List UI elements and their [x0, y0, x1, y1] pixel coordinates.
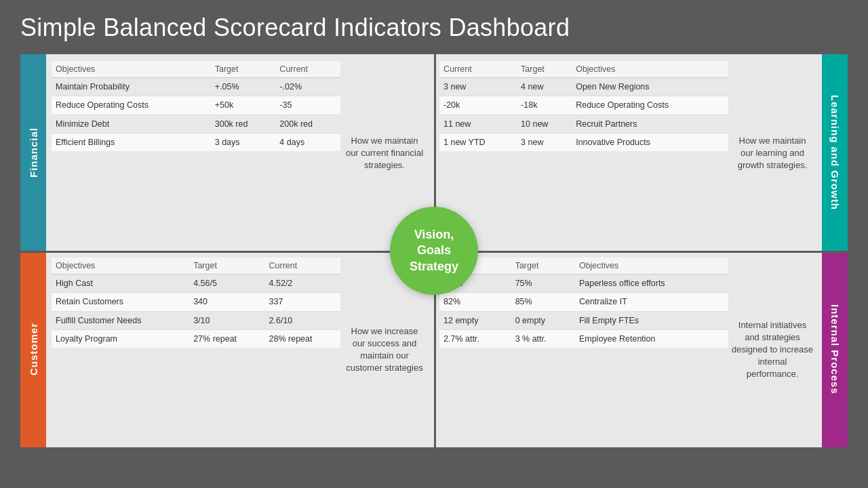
table-cell: Innovative Products	[572, 133, 728, 151]
quadrant-learning: Learning and Growth How we maintain our …	[434, 54, 848, 251]
table-cell: 4.52/2	[265, 274, 340, 293]
financial-description: How we maintain our current financial st…	[340, 61, 429, 245]
learning-col-3: Objectives	[572, 61, 728, 78]
table-financial: Objectives Target Current Maintain Proba…	[52, 61, 340, 245]
table-cell: High Cast	[52, 274, 189, 293]
customer-col-3: Current	[265, 258, 340, 274]
table-cell: 4.56/5	[189, 274, 264, 293]
table-cell: 28% repeat	[265, 329, 340, 348]
table-cell: Centralize IT	[575, 293, 728, 311]
table-cell: 337	[265, 293, 340, 311]
internal-col-2: Target	[511, 258, 575, 274]
table-cell: 3 % attr.	[511, 329, 575, 348]
table-row: Maintain Probability+.05%-.02%	[52, 78, 340, 96]
table-cell: 10 new	[517, 115, 572, 133]
table-cell: 2.6/10	[265, 311, 340, 329]
label-learning: Learning and Growth	[822, 54, 848, 251]
table-cell: 3 new	[517, 133, 572, 151]
table-cell: 3 days	[211, 133, 276, 151]
grid-divider-vertical	[434, 54, 436, 447]
table-row: 82%85%Centralize IT	[439, 293, 728, 311]
table-cell: -35	[275, 96, 340, 115]
table-cell: 1 new YTD	[439, 133, 517, 151]
table-cell: 340	[189, 293, 264, 311]
table-cell: 4 new	[517, 78, 572, 96]
table-cell: Open New Regions	[572, 78, 728, 96]
customer-col-2: Target	[189, 258, 264, 274]
table-cell: 77 %	[439, 274, 511, 293]
learning-col-1: Current	[439, 61, 517, 78]
table-cell: Recruit Partners	[572, 115, 728, 133]
table-cell: Minimize Debt	[52, 115, 211, 133]
table-row: 3 new4 newOpen New Regions	[439, 78, 728, 96]
table-cell: -20k	[439, 96, 517, 115]
financial-table: Objectives Target Current Maintain Proba…	[52, 61, 340, 151]
page: Simple Balanced Scorecard Indicators Das…	[0, 0, 868, 488]
table-row: Minimize Debt300k red200k red	[52, 115, 340, 133]
quadrant-customer-content: Objectives Target Current High Cast4.56/…	[46, 251, 434, 447]
quadrant-customer: Customer Objectives Target Current	[20, 251, 434, 447]
table-cell: Efficient Billings	[52, 133, 211, 151]
internal-table: Current Target Objectives 77 %75%Paperle…	[439, 258, 728, 348]
table-cell: Loyalty Program	[52, 329, 189, 348]
table-cell: Reduce Operating Costs	[572, 96, 728, 115]
quadrant-internal: Internal Process Internal initiatives an…	[434, 251, 848, 447]
table-row: 1 new YTD3 newInnovative Products	[439, 133, 728, 151]
table-cell: 27% repeat	[189, 329, 264, 348]
table-cell: 11 new	[439, 115, 517, 133]
table-cell: Fill Empty FTEs	[575, 311, 728, 329]
table-cell: +.05%	[211, 78, 276, 96]
internal-col-3: Objectives	[575, 258, 728, 274]
quadrant-internal-content: Internal initiatives and strategies desi…	[434, 251, 822, 447]
table-row: High Cast4.56/54.52/2	[52, 274, 340, 293]
label-internal: Internal Process	[822, 251, 848, 447]
table-cell: 12 empty	[439, 311, 511, 329]
table-cell: -18k	[517, 96, 572, 115]
customer-table: Objectives Target Current High Cast4.56/…	[52, 258, 340, 348]
table-cell: Reduce Operating Costs	[52, 96, 211, 115]
table-cell: 4 days	[275, 133, 340, 151]
table-cell: Employee Retention	[575, 329, 728, 348]
table-cell: 75%	[511, 274, 575, 293]
page-title: Simple Balanced Scorecard Indicators Das…	[20, 14, 848, 42]
table-cell: +50k	[211, 96, 276, 115]
table-row: Efficient Billings3 days4 days	[52, 133, 340, 151]
table-cell: 85%	[511, 293, 575, 311]
learning-table: Current Target Objectives 3 new4 newOpen…	[439, 61, 728, 151]
table-cell: 3 new	[439, 78, 517, 96]
table-cell: Paperless office efforts	[575, 274, 728, 293]
learning-col-2: Target	[517, 61, 572, 78]
customer-col-1: Objectives	[52, 258, 189, 274]
table-row: 12 empty0 emptyFill Empty FTEs	[439, 311, 728, 329]
table-cell: 82%	[439, 293, 511, 311]
internal-description: Internal initiatives and strategies desi…	[728, 258, 816, 442]
internal-col-1: Current	[439, 258, 511, 274]
table-cell: -.02%	[275, 78, 340, 96]
financial-col-3: Current	[275, 61, 340, 78]
table-cell: Maintain Probability	[52, 78, 211, 96]
table-cell: 300k red	[211, 115, 276, 133]
table-row: Fulfill Customer Needs3/102.6/10	[52, 311, 340, 329]
financial-col-1: Objectives	[52, 61, 211, 78]
table-row: Retain Customers340337	[52, 293, 340, 311]
table-row: 11 new10 newRecruit Partners	[439, 115, 728, 133]
table-row: 2.7% attr.3 % attr.Employee Retention	[439, 329, 728, 348]
table-row: Loyalty Program27% repeat28% repeat	[52, 329, 340, 348]
quadrant-financial-content: Objectives Target Current Maintain Proba…	[46, 54, 434, 251]
learning-description: How we maintain our learning and growth …	[728, 61, 816, 245]
table-row: -20k-18kReduce Operating Costs	[439, 96, 728, 115]
label-customer: Customer	[20, 251, 46, 447]
table-cell: Fulfill Customer Needs	[52, 311, 189, 329]
customer-description: How we increase our success and maintain…	[340, 258, 429, 442]
table-row: Reduce Operating Costs+50k-35	[52, 96, 340, 115]
table-learning: Current Target Objectives 3 new4 newOpen…	[439, 61, 728, 245]
table-cell: 0 empty	[511, 311, 575, 329]
quadrant-learning-content: How we maintain our learning and growth …	[434, 54, 822, 251]
table-cell: Retain Customers	[52, 293, 189, 311]
table-row: 77 %75%Paperless office efforts	[439, 274, 728, 293]
table-cell: 200k red	[275, 115, 340, 133]
quadrant-financial: Financial Objectives Target Current	[20, 54, 434, 251]
label-financial: Financial	[20, 54, 46, 251]
main-grid-wrapper: Financial Objectives Target Current	[20, 54, 848, 447]
table-cell: 2.7% attr.	[439, 329, 511, 348]
